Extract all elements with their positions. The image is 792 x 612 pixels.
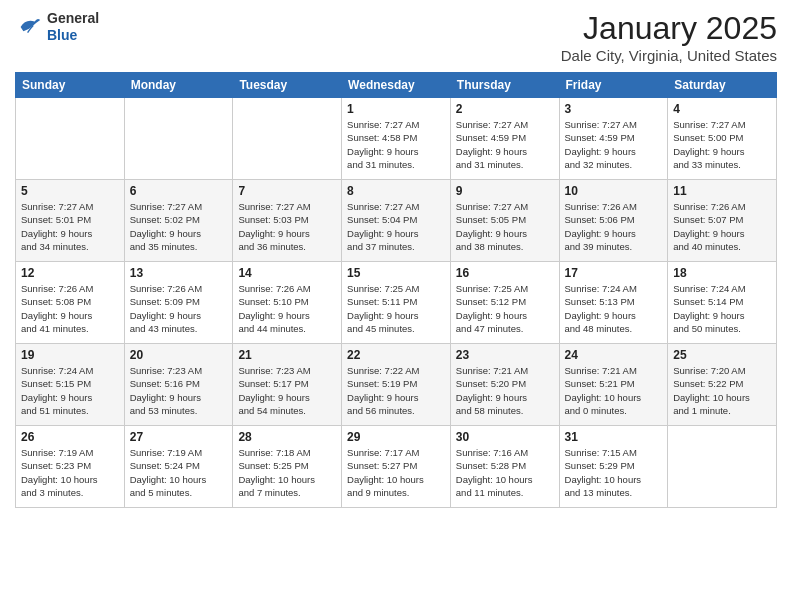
day-cell: 16Sunrise: 7:25 AMSunset: 5:12 PMDayligh…: [450, 262, 559, 344]
day-cell: 18Sunrise: 7:24 AMSunset: 5:14 PMDayligh…: [668, 262, 777, 344]
calendar-table: SundayMondayTuesdayWednesdayThursdayFrid…: [15, 72, 777, 508]
day-cell: 30Sunrise: 7:16 AMSunset: 5:28 PMDayligh…: [450, 426, 559, 508]
logo-text: General Blue: [47, 10, 99, 44]
day-cell: 28Sunrise: 7:18 AMSunset: 5:25 PMDayligh…: [233, 426, 342, 508]
day-number: 31: [565, 430, 663, 444]
day-number: 19: [21, 348, 119, 362]
day-info: Sunrise: 7:25 AMSunset: 5:12 PMDaylight:…: [456, 282, 554, 335]
week-row-0: 1Sunrise: 7:27 AMSunset: 4:58 PMDaylight…: [16, 98, 777, 180]
day-cell: 11Sunrise: 7:26 AMSunset: 5:07 PMDayligh…: [668, 180, 777, 262]
week-row-1: 5Sunrise: 7:27 AMSunset: 5:01 PMDaylight…: [16, 180, 777, 262]
day-info: Sunrise: 7:27 AMSunset: 4:58 PMDaylight:…: [347, 118, 445, 171]
day-number: 27: [130, 430, 228, 444]
day-cell: 22Sunrise: 7:22 AMSunset: 5:19 PMDayligh…: [342, 344, 451, 426]
day-number: 24: [565, 348, 663, 362]
day-cell: 13Sunrise: 7:26 AMSunset: 5:09 PMDayligh…: [124, 262, 233, 344]
logo-general-text: General: [47, 10, 99, 26]
day-cell: 9Sunrise: 7:27 AMSunset: 5:05 PMDaylight…: [450, 180, 559, 262]
day-info: Sunrise: 7:16 AMSunset: 5:28 PMDaylight:…: [456, 446, 554, 499]
day-info: Sunrise: 7:27 AMSunset: 5:01 PMDaylight:…: [21, 200, 119, 253]
day-cell: 1Sunrise: 7:27 AMSunset: 4:58 PMDaylight…: [342, 98, 451, 180]
day-number: 9: [456, 184, 554, 198]
day-info: Sunrise: 7:24 AMSunset: 5:14 PMDaylight:…: [673, 282, 771, 335]
day-info: Sunrise: 7:26 AMSunset: 5:06 PMDaylight:…: [565, 200, 663, 253]
day-cell: 21Sunrise: 7:23 AMSunset: 5:17 PMDayligh…: [233, 344, 342, 426]
weekday-header-saturday: Saturday: [668, 73, 777, 98]
day-info: Sunrise: 7:21 AMSunset: 5:21 PMDaylight:…: [565, 364, 663, 417]
day-number: 1: [347, 102, 445, 116]
day-cell: 12Sunrise: 7:26 AMSunset: 5:08 PMDayligh…: [16, 262, 125, 344]
day-info: Sunrise: 7:25 AMSunset: 5:11 PMDaylight:…: [347, 282, 445, 335]
day-info: Sunrise: 7:19 AMSunset: 5:24 PMDaylight:…: [130, 446, 228, 499]
logo: General Blue: [15, 10, 99, 44]
weekday-header-row: SundayMondayTuesdayWednesdayThursdayFrid…: [16, 73, 777, 98]
location-title: Dale City, Virginia, United States: [561, 47, 777, 64]
day-info: Sunrise: 7:27 AMSunset: 4:59 PMDaylight:…: [456, 118, 554, 171]
week-row-2: 12Sunrise: 7:26 AMSunset: 5:08 PMDayligh…: [16, 262, 777, 344]
day-cell: 26Sunrise: 7:19 AMSunset: 5:23 PMDayligh…: [16, 426, 125, 508]
day-cell: 5Sunrise: 7:27 AMSunset: 5:01 PMDaylight…: [16, 180, 125, 262]
day-cell: [668, 426, 777, 508]
day-info: Sunrise: 7:26 AMSunset: 5:07 PMDaylight:…: [673, 200, 771, 253]
day-cell: 24Sunrise: 7:21 AMSunset: 5:21 PMDayligh…: [559, 344, 668, 426]
day-number: 8: [347, 184, 445, 198]
day-cell: 2Sunrise: 7:27 AMSunset: 4:59 PMDaylight…: [450, 98, 559, 180]
day-number: 14: [238, 266, 336, 280]
day-info: Sunrise: 7:19 AMSunset: 5:23 PMDaylight:…: [21, 446, 119, 499]
day-info: Sunrise: 7:26 AMSunset: 5:09 PMDaylight:…: [130, 282, 228, 335]
day-cell: 8Sunrise: 7:27 AMSunset: 5:04 PMDaylight…: [342, 180, 451, 262]
day-cell: [16, 98, 125, 180]
day-cell: 10Sunrise: 7:26 AMSunset: 5:06 PMDayligh…: [559, 180, 668, 262]
day-info: Sunrise: 7:27 AMSunset: 5:02 PMDaylight:…: [130, 200, 228, 253]
weekday-header-thursday: Thursday: [450, 73, 559, 98]
day-cell: 17Sunrise: 7:24 AMSunset: 5:13 PMDayligh…: [559, 262, 668, 344]
day-number: 22: [347, 348, 445, 362]
day-cell: 27Sunrise: 7:19 AMSunset: 5:24 PMDayligh…: [124, 426, 233, 508]
day-cell: [124, 98, 233, 180]
day-cell: 4Sunrise: 7:27 AMSunset: 5:00 PMDaylight…: [668, 98, 777, 180]
day-number: 29: [347, 430, 445, 444]
week-row-3: 19Sunrise: 7:24 AMSunset: 5:15 PMDayligh…: [16, 344, 777, 426]
week-row-4: 26Sunrise: 7:19 AMSunset: 5:23 PMDayligh…: [16, 426, 777, 508]
day-info: Sunrise: 7:17 AMSunset: 5:27 PMDaylight:…: [347, 446, 445, 499]
day-number: 17: [565, 266, 663, 280]
day-cell: 31Sunrise: 7:15 AMSunset: 5:29 PMDayligh…: [559, 426, 668, 508]
day-number: 18: [673, 266, 771, 280]
day-number: 16: [456, 266, 554, 280]
month-title: January 2025: [561, 10, 777, 47]
day-info: Sunrise: 7:26 AMSunset: 5:10 PMDaylight:…: [238, 282, 336, 335]
day-number: 7: [238, 184, 336, 198]
day-info: Sunrise: 7:20 AMSunset: 5:22 PMDaylight:…: [673, 364, 771, 417]
day-cell: 20Sunrise: 7:23 AMSunset: 5:16 PMDayligh…: [124, 344, 233, 426]
title-section: January 2025 Dale City, Virginia, United…: [561, 10, 777, 64]
day-info: Sunrise: 7:24 AMSunset: 5:15 PMDaylight:…: [21, 364, 119, 417]
day-number: 26: [21, 430, 119, 444]
day-number: 23: [456, 348, 554, 362]
weekday-header-sunday: Sunday: [16, 73, 125, 98]
day-info: Sunrise: 7:18 AMSunset: 5:25 PMDaylight:…: [238, 446, 336, 499]
day-number: 13: [130, 266, 228, 280]
day-info: Sunrise: 7:26 AMSunset: 5:08 PMDaylight:…: [21, 282, 119, 335]
weekday-header-wednesday: Wednesday: [342, 73, 451, 98]
logo-blue-text: Blue: [47, 27, 77, 43]
day-cell: 3Sunrise: 7:27 AMSunset: 4:59 PMDaylight…: [559, 98, 668, 180]
day-number: 11: [673, 184, 771, 198]
day-info: Sunrise: 7:23 AMSunset: 5:17 PMDaylight:…: [238, 364, 336, 417]
day-number: 6: [130, 184, 228, 198]
day-number: 25: [673, 348, 771, 362]
day-number: 3: [565, 102, 663, 116]
day-number: 5: [21, 184, 119, 198]
day-number: 4: [673, 102, 771, 116]
day-number: 21: [238, 348, 336, 362]
logo-icon: [15, 13, 43, 41]
day-info: Sunrise: 7:22 AMSunset: 5:19 PMDaylight:…: [347, 364, 445, 417]
day-info: Sunrise: 7:27 AMSunset: 4:59 PMDaylight:…: [565, 118, 663, 171]
day-info: Sunrise: 7:21 AMSunset: 5:20 PMDaylight:…: [456, 364, 554, 417]
day-cell: 14Sunrise: 7:26 AMSunset: 5:10 PMDayligh…: [233, 262, 342, 344]
day-cell: 29Sunrise: 7:17 AMSunset: 5:27 PMDayligh…: [342, 426, 451, 508]
weekday-header-friday: Friday: [559, 73, 668, 98]
day-cell: [233, 98, 342, 180]
day-cell: 23Sunrise: 7:21 AMSunset: 5:20 PMDayligh…: [450, 344, 559, 426]
weekday-header-tuesday: Tuesday: [233, 73, 342, 98]
day-cell: 19Sunrise: 7:24 AMSunset: 5:15 PMDayligh…: [16, 344, 125, 426]
